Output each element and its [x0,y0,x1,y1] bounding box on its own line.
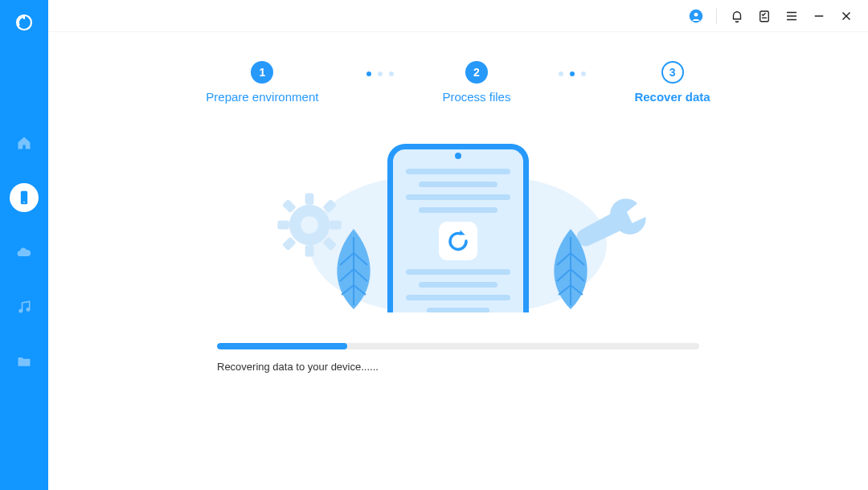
progress-bar [217,343,699,349]
step-number: 1 [251,61,273,84]
sidebar-item-cloud[interactable] [10,238,39,267]
menu-icon[interactable] [784,9,799,23]
svg-rect-7 [760,11,769,22]
titlebar [48,0,868,32]
account-icon[interactable] [689,9,703,23]
content-area: 1 Prepare environment 2 Process files 3 … [48,32,868,490]
leaf-icon [542,229,599,312]
step-number: 3 [661,61,684,84]
phone-side-button [526,199,529,217]
step-1: 1 Prepare environment [206,61,318,104]
sidebar-item-music[interactable] [10,292,39,321]
sidebar-item-device[interactable] [10,183,39,212]
step-indicator: 1 Prepare environment 2 Process files 3 … [206,61,710,104]
phone-side-button [526,230,529,247]
svg-point-24 [301,216,318,234]
step-number: 2 [465,61,488,84]
svg-rect-22 [282,236,297,251]
step-2: 2 Process files [442,61,510,104]
step-3: 3 Recover data [634,61,710,104]
close-button[interactable] [839,9,854,23]
phone-side-button [526,260,529,273]
phone-content [406,165,510,312]
illustration [209,144,707,312]
sidebar [0,0,48,490]
svg-rect-21 [322,199,337,214]
step-dots [559,71,586,76]
svg-rect-20 [282,199,297,214]
progress-fill [217,343,347,349]
step-dots [366,71,394,76]
sidebar-item-folder[interactable] [10,347,39,376]
reload-icon [439,222,477,260]
step-label: Prepare environment [206,90,318,104]
svg-point-6 [694,12,698,16]
tasks-icon[interactable] [757,9,772,23]
step-label: Recover data [634,90,710,104]
svg-point-4 [27,308,29,311]
svg-rect-19 [330,221,341,230]
progress-section: Recovering data to your device...... [217,343,699,373]
phone-illustration [387,144,529,312]
svg-point-3 [19,309,22,312]
sidebar-item-home[interactable] [10,129,39,157]
leaf-icon [326,229,382,312]
svg-point-2 [23,202,25,203]
progress-label: Recovering data to your device...... [217,361,699,373]
phone-notch [455,153,461,159]
minimize-button[interactable] [812,9,826,23]
svg-rect-18 [277,221,289,230]
step-label: Process files [442,90,510,104]
divider [716,8,717,24]
app-logo-icon [14,13,34,32]
main-panel: 1 Prepare environment 2 Process files 3 … [48,0,868,490]
svg-rect-16 [305,193,314,204]
notifications-icon[interactable] [730,9,744,23]
svg-rect-17 [305,245,314,256]
